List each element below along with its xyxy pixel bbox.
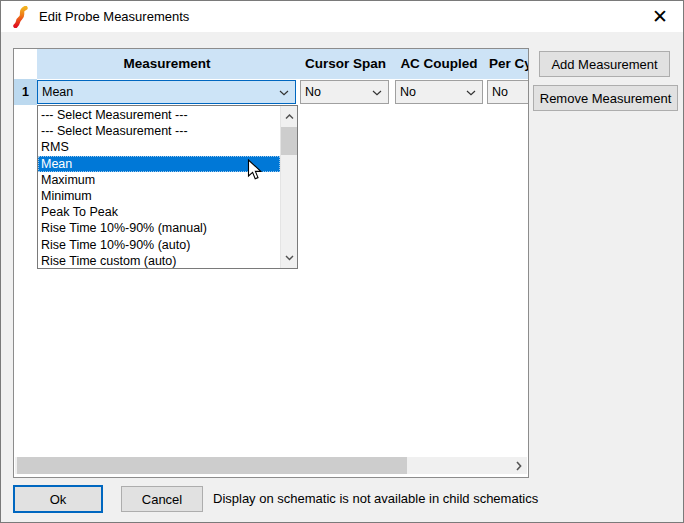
dropdown-item[interactable]: Peak To Peak (38, 204, 280, 220)
page-title: Edit Probe Measurements (39, 9, 189, 24)
measurement-dropdown-list: --- Select Measurement --- --- Select Me… (37, 105, 298, 269)
chevron-down-icon (285, 255, 294, 261)
close-button[interactable]: ✕ (637, 1, 683, 32)
dropdown-item[interactable]: --- Select Measurement --- (38, 123, 280, 139)
dropdown-item-selected[interactable]: Mean (38, 156, 280, 172)
column-header-cursor-span: Cursor Span (299, 49, 392, 79)
measurement-combobox[interactable]: Mean (37, 80, 296, 104)
remove-measurement-button[interactable]: Remove Measurement (533, 85, 678, 111)
qspice-logo-icon (12, 6, 29, 28)
scroll-up-button[interactable] (281, 108, 297, 125)
chevron-down-icon (466, 90, 476, 96)
horizontal-scrollbar[interactable] (15, 457, 527, 474)
ac-coupled-combobox[interactable]: No (395, 80, 483, 104)
measurement-combobox-value: Mean (42, 85, 73, 99)
column-header-ac-coupled: AC Coupled (394, 49, 484, 79)
per-cycle-combobox[interactable]: No (487, 80, 529, 104)
cursor-span-combobox-value: No (305, 85, 321, 99)
scroll-down-button[interactable] (281, 249, 297, 266)
dropdown-scrollbar-thumb[interactable] (281, 127, 297, 155)
ac-coupled-combobox-value: No (400, 85, 416, 99)
scroll-right-button[interactable] (510, 457, 527, 474)
chevron-down-icon (279, 90, 289, 96)
chevron-right-icon (516, 461, 522, 471)
dropdown-item[interactable]: --- Select Measurement --- (38, 107, 280, 123)
footer-note: Display on schematic is not available in… (213, 486, 538, 512)
cursor-span-combobox[interactable]: No (300, 80, 389, 104)
close-icon: ✕ (652, 5, 668, 28)
dropdown-item[interactable]: Rise Time 10%-90% (auto) (38, 237, 280, 253)
title-bar: Edit Probe Measurements ✕ (1, 1, 683, 32)
dropdown-item[interactable]: Maximum (38, 172, 280, 188)
dropdown-item[interactable]: RMS (38, 139, 280, 155)
dropdown-item[interactable]: Rise Time 10%-90% (manual) (38, 220, 280, 236)
dropdown-item[interactable]: Minimum (38, 188, 280, 204)
dropdown-items: --- Select Measurement --- --- Select Me… (38, 107, 280, 269)
column-header-measurement: Measurement (37, 49, 297, 79)
dropdown-item[interactable]: Rise Time custom (auto) (38, 253, 280, 269)
mouse-cursor-icon (247, 159, 262, 181)
per-cycle-combobox-value: No (492, 85, 508, 99)
add-measurement-button[interactable]: Add Measurement (539, 51, 670, 77)
edit-probe-measurements-dialog: Edit Probe Measurements ✕ Measurement Cu… (0, 0, 684, 523)
cancel-button[interactable]: Cancel (121, 486, 203, 512)
chevron-up-icon (285, 114, 294, 120)
column-header-per-cycle: Per Cy (487, 49, 529, 79)
ok-button[interactable]: Ok (13, 485, 103, 513)
chevron-down-icon (372, 90, 382, 96)
dropdown-scrollbar[interactable] (280, 106, 297, 268)
row-number-cell[interactable]: 1 (14, 79, 37, 105)
horizontal-scrollbar-thumb[interactable] (17, 457, 407, 474)
